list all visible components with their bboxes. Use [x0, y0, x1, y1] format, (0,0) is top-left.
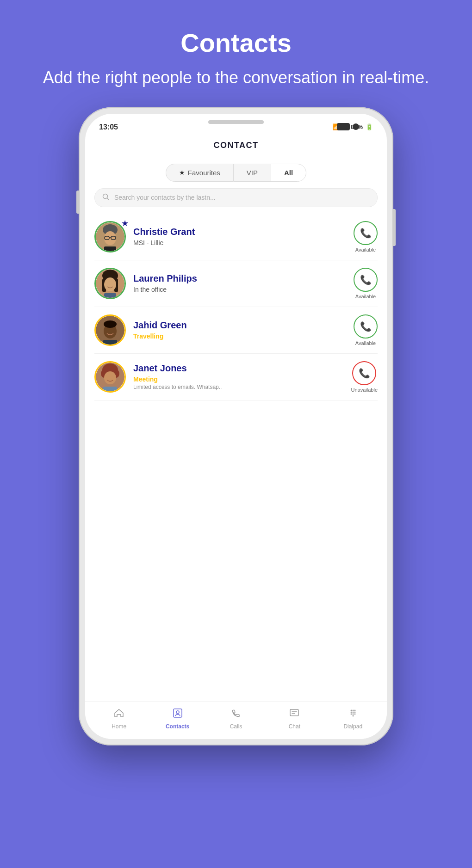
contacts-icon — [172, 708, 183, 721]
contact-name-lauren: Lauren Philips — [133, 273, 346, 284]
side-button-left — [76, 191, 79, 214]
svg-line-1 — [107, 198, 109, 200]
app-title: CONTACT — [85, 136, 387, 157]
svg-point-37 — [352, 715, 354, 716]
svg-point-35 — [352, 713, 354, 714]
tab-favourites[interactable]: ★ Favourites — [166, 164, 234, 182]
contacts-list: ★ Christie Grant MSI - Lillie 📞 Availabl… — [85, 214, 387, 702]
contact-info-christie: Christie Grant MSI - Lillie — [133, 227, 346, 246]
svg-point-26 — [176, 711, 179, 714]
nav-label-chat: Chat — [289, 723, 300, 730]
contact-status-jahid: Travelling — [133, 332, 346, 340]
svg-point-36 — [354, 713, 355, 714]
call-circle-jahid: 📞 — [354, 314, 378, 339]
avatar-circle-lauren — [94, 268, 126, 299]
contact-info-lauren: Lauren Philips In the office — [133, 273, 346, 293]
call-button-lauren[interactable]: 📞 Available — [354, 268, 378, 299]
call-label-christie: Available — [355, 247, 376, 252]
contact-item-jahid[interactable]: Jahid Green Travelling 📞 Available — [94, 307, 378, 354]
nav-item-dialpad[interactable]: Dialpad — [337, 708, 369, 730]
avatar-christie: ★ — [94, 221, 126, 252]
contact-item-christie[interactable]: ★ Christie Grant MSI - Lillie 📞 Availabl… — [94, 214, 378, 260]
camera-dot — [353, 123, 359, 130]
page-subtitle: Add the right people to the conversation… — [43, 67, 429, 89]
avatar-jahid — [94, 314, 126, 346]
contact-info-janet: Janet Jones Meeting Limited access to em… — [133, 363, 344, 390]
contact-name-jahid: Jahid Green — [133, 320, 346, 331]
face-jahid — [96, 316, 124, 345]
nav-item-home[interactable]: Home — [103, 708, 135, 730]
tab-vip[interactable]: VIP — [234, 164, 271, 182]
face-janet — [96, 363, 124, 391]
svg-point-32 — [352, 711, 354, 713]
call-label-janet: Unavailable — [351, 387, 378, 393]
svg-rect-27 — [290, 709, 298, 716]
svg-rect-24 — [103, 387, 117, 391]
search-placeholder: Search your contacts by the lastn... — [114, 194, 216, 201]
tabs-container: ★ Favourites VIP All — [85, 157, 387, 188]
phone-screen: 13:05 📶 ☲ 88% 🔋 CONTACT ★ Favourites VIP… — [85, 114, 387, 739]
search-bar[interactable]: Search your contacts by the lastn... — [94, 188, 378, 207]
calls-icon — [230, 708, 242, 721]
phone-icon-christie: 📞 — [360, 228, 372, 239]
svg-point-4 — [104, 231, 116, 245]
contact-note-janet: Limited access to emails. Whatsap.. — [133, 384, 344, 390]
contact-name-janet: Janet Jones — [133, 363, 344, 374]
status-time: 13:05 — [99, 123, 118, 131]
header-section: Contacts Add the right people to the con… — [15, 0, 457, 103]
contact-status-christie: MSI - Lillie — [133, 239, 346, 246]
contact-item-lauren[interactable]: Lauren Philips In the office 📞 Available — [94, 260, 378, 307]
contact-info-jahid: Jahid Green Travelling — [133, 320, 346, 340]
dialpad-icon — [348, 708, 359, 721]
contact-status-janet: Meeting — [133, 376, 344, 383]
camera-rect — [337, 123, 350, 130]
contact-name-christie: Christie Grant — [133, 227, 346, 237]
battery-icon: 🔋 — [366, 123, 373, 130]
nav-item-chat[interactable]: Chat — [278, 708, 311, 730]
call-circle-janet: 📞 — [352, 361, 376, 385]
nav-item-contacts[interactable]: Contacts — [161, 708, 194, 730]
svg-point-17 — [104, 320, 117, 328]
contact-item-janet[interactable]: Janet Jones Meeting Limited access to em… — [94, 354, 378, 400]
svg-point-31 — [350, 711, 352, 713]
avatar-circle-jahid — [94, 314, 126, 346]
nav-label-home: Home — [112, 723, 126, 730]
phone-cameras — [337, 123, 359, 130]
svg-rect-25 — [174, 709, 182, 717]
avatar-circle-janet — [94, 361, 126, 393]
side-button-right — [393, 209, 396, 246]
call-label-jahid: Available — [355, 340, 376, 346]
home-icon — [113, 708, 124, 721]
fav-star-christie: ★ — [121, 218, 129, 228]
phone-icon-lauren: 📞 — [360, 274, 372, 285]
nav-label-calls: Calls — [230, 723, 242, 730]
call-circle-christie: 📞 — [354, 221, 378, 245]
search-icon — [102, 193, 110, 202]
svg-rect-18 — [103, 340, 117, 345]
phone-icon-jahid: 📞 — [360, 321, 372, 332]
svg-point-28 — [350, 709, 352, 711]
svg-point-34 — [350, 713, 352, 714]
nav-item-calls[interactable]: Calls — [220, 708, 252, 730]
face-christie — [96, 222, 124, 251]
svg-rect-8 — [104, 246, 116, 251]
svg-point-29 — [352, 709, 354, 711]
star-icon: ★ — [179, 169, 185, 176]
call-label-lauren: Available — [355, 294, 376, 299]
avatar-janet — [94, 361, 126, 393]
call-button-janet[interactable]: 📞 Unavailable — [351, 361, 378, 393]
phone-icon-janet: 📞 — [359, 368, 370, 379]
nav-label-dialpad: Dialpad — [343, 723, 362, 730]
contact-status-lauren: In the office — [133, 286, 346, 293]
phone-frame: 13:05 📶 ☲ 88% 🔋 CONTACT ★ Favourites VIP… — [79, 107, 393, 745]
call-circle-lauren: 📞 — [354, 268, 378, 292]
tab-all[interactable]: All — [271, 164, 306, 182]
svg-point-30 — [354, 709, 355, 711]
call-button-jahid[interactable]: 📞 Available — [354, 314, 378, 346]
svg-point-13 — [104, 277, 116, 291]
chat-icon — [289, 708, 300, 721]
call-button-christie[interactable]: 📞 Available — [354, 221, 378, 252]
svg-point-23 — [104, 371, 116, 384]
face-lauren — [96, 269, 124, 298]
nav-label-contacts: Contacts — [166, 723, 189, 730]
